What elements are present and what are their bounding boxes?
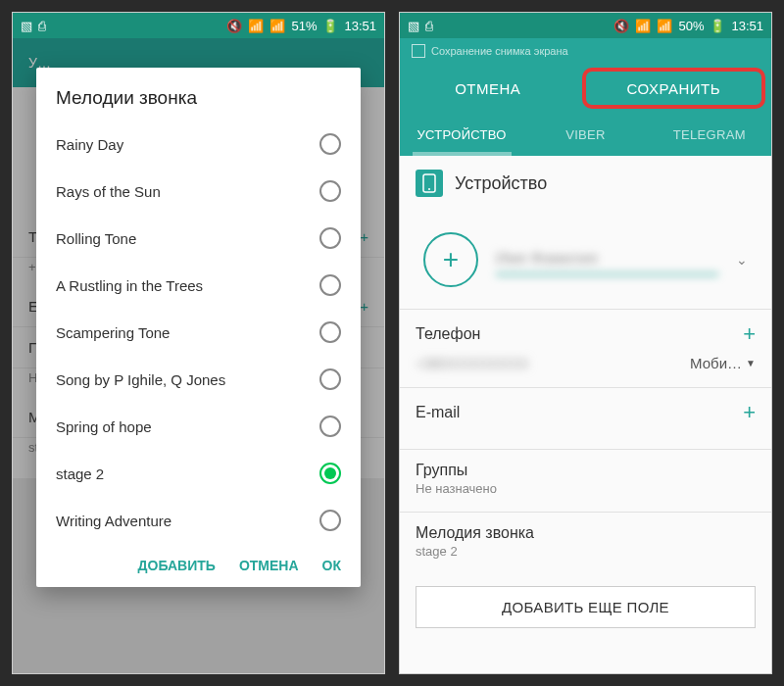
mute-icon: 🔇 <box>226 19 242 33</box>
signal-icon: 📶 <box>657 19 672 33</box>
phone-left: ▧ ⎙ 🔇 📶 📶 51% 🔋 13:51 У… Т+ +3 E-+ Гр Не… <box>12 12 385 674</box>
device-icon <box>416 170 443 197</box>
tabs: УСТРОЙСТВО VIBER TELEGRAM <box>400 113 771 156</box>
email-label: E-mail <box>416 404 460 421</box>
ringtone-list: Rainy DayRays of the SunRolling ToneA Ru… <box>36 121 361 544</box>
contact-form: Устройство + Имя Фамилия ⌄ Телефон + +38… <box>400 156 771 673</box>
ringtone-item[interactable]: Scampering Tone <box>36 309 361 356</box>
radio-icon[interactable] <box>319 133 341 155</box>
signal-icon: 📶 <box>270 19 285 33</box>
groups-value: Не назначено <box>416 481 756 496</box>
phone-right: ▧ ⎙ 🔇 📶 📶 50% 🔋 13:51 Сохранение снимка … <box>399 12 772 674</box>
groups-label: Группы <box>416 462 467 479</box>
ringtone-field[interactable]: Мелодия звонка stage 2 <box>400 512 771 574</box>
checkbox-icon <box>412 44 425 58</box>
ringtone-item[interactable]: stage 2 <box>36 450 361 497</box>
screenshot-icon: ▧ <box>21 19 32 33</box>
clock: 13:51 <box>344 19 376 33</box>
groups-field[interactable]: Группы Не назначено <box>400 449 771 512</box>
cancel-button[interactable]: ОТМЕНА <box>239 558 299 573</box>
name-input[interactable]: Имя Фамилия <box>496 244 718 275</box>
add-button[interactable]: ДОБАВИТЬ <box>138 558 216 573</box>
tab-telegram[interactable]: TELEGRAM <box>648 113 771 156</box>
add-email-button[interactable]: + <box>743 400 756 425</box>
section-title: Устройство <box>455 173 547 194</box>
email-field: E-mail + <box>400 387 771 449</box>
phone-label: Телефон <box>416 325 480 343</box>
ringtone-label: Spring of hope <box>56 418 152 435</box>
radio-icon[interactable] <box>319 321 341 343</box>
ringtone-item[interactable]: Rainy Day <box>36 121 361 168</box>
phone-value[interactable]: +380XXXXXXXXX <box>416 356 678 371</box>
ringtone-label: Scampering Tone <box>56 324 170 341</box>
ringtone-value: stage 2 <box>416 544 756 559</box>
arrow-down-icon: ▼ <box>746 358 756 368</box>
radio-icon[interactable] <box>319 416 341 437</box>
tab-viber[interactable]: VIBER <box>523 113 647 156</box>
print-icon: ⎙ <box>38 19 46 33</box>
ringtone-label: Мелодия звонка <box>416 524 534 542</box>
cancel-button[interactable]: ОТМЕНА <box>400 64 576 113</box>
chevron-down-icon[interactable]: ⌄ <box>736 252 748 268</box>
ringtone-item[interactable]: Writing Adventure <box>36 497 361 544</box>
battery-percent: 50% <box>678 19 704 33</box>
ringtone-label: Rolling Tone <box>56 230 136 247</box>
wifi-icon: 📶 <box>248 19 264 33</box>
wifi-icon: 📶 <box>635 19 651 33</box>
radio-icon[interactable] <box>319 180 341 202</box>
ringtone-item[interactable]: Rays of the Sun <box>36 168 361 215</box>
screenshot-icon: ▧ <box>408 19 419 33</box>
dialog-overlay: Мелодии звонка Rainy DayRays of the SunR… <box>13 38 384 673</box>
mute-icon: 🔇 <box>613 19 629 33</box>
print-icon: ⎙ <box>425 19 433 33</box>
ringtone-dialog: Мелодии звонка Rainy DayRays of the SunR… <box>36 68 361 587</box>
battery-icon: 🔋 <box>710 19 725 33</box>
battery-percent: 51% <box>291 19 317 33</box>
radio-icon[interactable] <box>319 368 341 390</box>
ringtone-label: Song by P Ighile, Q Jones <box>56 371 225 388</box>
svg-point-1 <box>428 188 430 190</box>
ok-button[interactable]: ОК <box>322 558 341 573</box>
ringtone-label: stage 2 <box>56 466 104 482</box>
tab-device[interactable]: УСТРОЙСТВО <box>400 113 523 156</box>
dialog-title: Мелодии звонка <box>36 68 361 121</box>
dialog-actions: ДОБАВИТЬ ОТМЕНА ОК <box>36 544 361 587</box>
clock: 13:51 <box>731 19 763 33</box>
radio-icon[interactable] <box>319 274 341 296</box>
ringtone-label: Rays of the Sun <box>56 183 161 200</box>
ringtone-item[interactable]: Song by P Ighile, Q Jones <box>36 356 361 403</box>
save-button[interactable]: СОХРАНИТЬ <box>582 68 766 109</box>
ringtone-label: A Rustling in the Trees <box>56 277 203 294</box>
ringtone-item[interactable]: Spring of hope <box>36 403 361 450</box>
status-bar: ▧ ⎙ 🔇 📶 📶 51% 🔋 13:51 <box>13 13 384 38</box>
add-photo-button[interactable]: + <box>423 232 478 287</box>
radio-icon[interactable] <box>319 227 341 249</box>
screenshot-toast: Сохранение снимка экрана <box>400 38 771 64</box>
add-field-button[interactable]: ДОБАВИТЬ ЕЩЕ ПОЛЕ <box>416 586 756 628</box>
ringtone-item[interactable]: A Rustling in the Trees <box>36 262 361 309</box>
ringtone-item[interactable]: Rolling Tone <box>36 215 361 262</box>
radio-icon[interactable] <box>319 463 341 484</box>
section-header: Устройство <box>400 156 771 211</box>
contact-name-row: + Имя Фамилия ⌄ <box>400 211 771 309</box>
ringtone-label: Writing Adventure <box>56 513 172 529</box>
battery-icon: 🔋 <box>322 19 338 33</box>
phone-type-dropdown[interactable]: Моби… ▼ <box>690 355 756 371</box>
add-phone-button[interactable]: + <box>743 321 756 347</box>
header: Сохранение снимка экрана ОТМЕНА СОХРАНИТ… <box>400 38 771 156</box>
radio-icon[interactable] <box>319 510 341 531</box>
ringtone-label: Rainy Day <box>56 136 123 153</box>
status-bar: ▧ ⎙ 🔇 📶 📶 50% 🔋 13:51 <box>400 13 771 38</box>
phone-field: Телефон + +380XXXXXXXXX Моби… ▼ <box>400 309 771 387</box>
